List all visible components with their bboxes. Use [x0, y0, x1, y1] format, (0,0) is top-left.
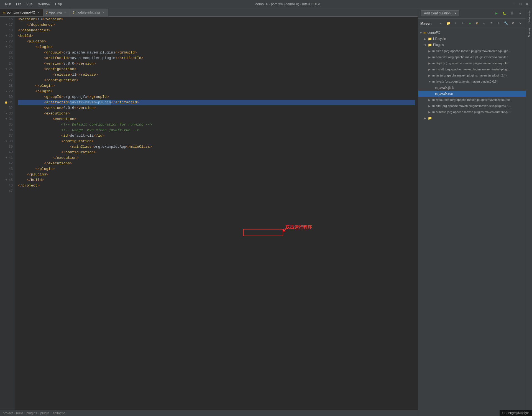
line-numbers-gutter: 16 ▼ 17 18 ▼	[0, 17, 15, 410]
maven-m-icon[interactable]: m	[474, 20, 480, 27]
tree-item-javafx[interactable]: ▼ m javafx (org.openjfx:javafx-maven-plu…	[418, 78, 526, 85]
line-17: ▼ 17	[5, 22, 13, 28]
code-editor[interactable]: <version>13</version> </dependency> </de…	[15, 17, 418, 410]
breadcrumb-project[interactable]: project	[3, 411, 13, 415]
coverage-button[interactable]: ⛨	[509, 10, 515, 17]
breadcrumb-build[interactable]: build	[16, 411, 23, 415]
tree-item-deploy[interactable]: ▶ m deploy (org.apache.maven.plugins:mav…	[418, 60, 526, 66]
breadcrumb-artifactid[interactable]: artifactId	[52, 411, 65, 415]
clean-plugin-icon: m	[432, 49, 435, 53]
maven-list-icon[interactable]: ≡	[488, 20, 495, 27]
maven-download-icon[interactable]: ↓	[452, 20, 459, 27]
code-line-26: <release>11</release>	[18, 72, 415, 78]
menu-bar: Run File VCS Window Help	[3, 2, 64, 7]
run-config-bar: Add Configuration... ▾ ▶ 🐛 ⛨ ⋯	[418, 8, 526, 19]
tree-item-install[interactable]: ▶ m install (org.apache.maven.plugins:ma…	[418, 66, 526, 72]
side-tab-maven[interactable]: Maven	[527, 26, 532, 39]
tab-module-label: module-info.java	[76, 11, 100, 14]
more-button[interactable]: ⋯	[516, 10, 523, 17]
tree-arrow-resources: ▶	[428, 98, 432, 101]
breadcrumb-plugin[interactable]: plugin	[40, 411, 49, 415]
maven-wrench-icon[interactable]: 🔧	[503, 20, 509, 27]
close-button[interactable]: ✕	[525, 2, 529, 6]
line-18: 18	[5, 28, 13, 33]
fold-17[interactable]: ▼	[5, 24, 8, 26]
maven-refresh-icon[interactable]: ↻	[438, 20, 444, 27]
fold-33[interactable]: ▼	[5, 112, 8, 115]
maven-settings-gear-icon[interactable]: ⚙	[510, 20, 516, 27]
tree-item-dependencies[interactable]: ▶ 📁	[418, 115, 526, 121]
add-config-label: Add Configuration...	[424, 11, 453, 15]
tab-module-close[interactable]: ✕	[101, 11, 105, 15]
breadcrumb-plugins[interactable]: plugins	[26, 411, 37, 415]
tab-bar: m pom.xml (demoFX) ✕ J App.java ✕ J modu…	[0, 8, 418, 17]
tab-module[interactable]: J module-info.java ✕	[70, 9, 108, 16]
fold-21[interactable]: ▼	[5, 46, 8, 49]
code-line-39: <mainClass>org.example.App</mainClass>	[18, 144, 415, 150]
line-45: ▼ 45	[5, 177, 13, 183]
tab-app-close[interactable]: ✕	[63, 11, 67, 15]
add-configuration-button[interactable]: Add Configuration... ▾	[421, 10, 459, 16]
tree-item-lifecycle[interactable]: ▶ 📁 Lifecycle	[418, 36, 526, 42]
code-line-24: <version>3.8.0</version>	[18, 61, 415, 67]
fold-41[interactable]: ▼	[5, 157, 8, 159]
fold-29[interactable]: ▼	[5, 90, 8, 93]
fold-20[interactable]: ▼	[5, 40, 8, 43]
fold-34[interactable]: ▼	[5, 118, 8, 121]
maven-close-panel-icon[interactable]: ✕	[517, 20, 524, 27]
menu-help[interactable]: Help	[53, 2, 64, 7]
tree-item-compiler[interactable]: ▶ m compiler (org.apache.maven.plugins:m…	[418, 54, 526, 60]
run-button[interactable]: ▶	[493, 10, 500, 17]
maven-open-settings-icon[interactable]: 📁	[445, 20, 452, 27]
menu-run[interactable]: Run	[3, 2, 13, 7]
line-37: 37	[5, 133, 13, 139]
tree-item-surefire[interactable]: ▶ m surefire (org.apache.maven.plugins:m…	[418, 109, 526, 115]
code-line-23: ✓ <artifactId>maven-compiler-plugin</art…	[18, 55, 415, 61]
resources-plugin-icon: m	[432, 98, 435, 101]
tree-item-demofx[interactable]: ▼ m demoFX	[418, 30, 526, 36]
line-30: 30	[5, 94, 13, 100]
jlink-goal-icon: m	[435, 86, 438, 89]
tree-item-resources[interactable]: ▶ m resources (org.apache.maven.plugins:…	[418, 97, 526, 103]
tree-item-clean[interactable]: ▶ m clean (org.apache.maven.plugins:mave…	[418, 48, 526, 54]
tree-item-javafx-jlink[interactable]: m javafx:jlink	[418, 85, 526, 91]
maven-add-icon[interactable]: +	[459, 20, 466, 27]
code-line-31: <artifactId>javafx-maven-plugin</artifac…	[18, 100, 415, 105]
main-layout: m pom.xml (demoFX) ✕ J App.java ✕ J modu…	[0, 8, 532, 416]
code-line-22: <groupId>org.apache.maven.plugins</group…	[18, 50, 415, 55]
tree-item-site[interactable]: ▶ m site (org.apache.maven.plugins:maven…	[418, 103, 526, 109]
fold-16[interactable]	[5, 18, 8, 21]
tree-label-javafx-run: javafx:run	[439, 92, 453, 96]
tree-item-plugins[interactable]: ▼ 📁 Plugins	[418, 42, 526, 48]
fold-19[interactable]: ▼	[5, 35, 8, 37]
lifecycle-folder-icon: 📁	[428, 37, 432, 41]
menu-window[interactable]: Window	[36, 2, 52, 7]
tree-item-javafx-run[interactable]: m javafx:run	[418, 91, 526, 97]
fold-18[interactable]	[5, 29, 8, 32]
maven-sort-icon[interactable]: ⇅	[495, 20, 502, 27]
menu-vcs[interactable]: VCS	[24, 2, 35, 7]
tree-label-javafx: javafx (org.openjfx:javafx-maven-plugin:…	[436, 80, 498, 83]
minimize-button[interactable]: ─	[511, 2, 516, 6]
tree-label-clean: clean (org.apache.maven.plugins:maven-cl…	[436, 49, 511, 53]
maximize-button[interactable]: □	[518, 2, 523, 6]
tab-pom-close[interactable]: ✕	[37, 11, 40, 15]
tab-pom[interactable]: m pom.xml (demoFX) ✕	[0, 9, 43, 16]
tab-app[interactable]: J App.java ✕	[43, 9, 70, 16]
maven-skip-icon[interactable]: ↺	[481, 20, 488, 27]
menu-file[interactable]: File	[14, 2, 24, 7]
side-tabs: Database Maven	[526, 8, 532, 416]
line-33: ▼ 33	[5, 111, 13, 116]
maven-run-icon[interactable]: ▶	[467, 20, 473, 27]
tree-arrow-install: ▶	[428, 68, 432, 71]
fold-45[interactable]: ▼	[5, 179, 8, 182]
tree-arrow-deploy: ▶	[428, 62, 432, 65]
debug-button[interactable]: 🐛	[501, 10, 508, 17]
tree-item-jar[interactable]: ▶ m jar (org.apache.maven.plugins:maven-…	[418, 72, 526, 78]
dropdown-icon: ▾	[454, 11, 456, 15]
fold-38[interactable]: ▼	[5, 140, 8, 143]
side-tab-database[interactable]: Database	[527, 8, 532, 26]
fold-25[interactable]: ▼	[5, 68, 8, 71]
line-29: ▼ 29	[5, 89, 13, 94]
code-line-40: </configuration>	[18, 150, 415, 155]
